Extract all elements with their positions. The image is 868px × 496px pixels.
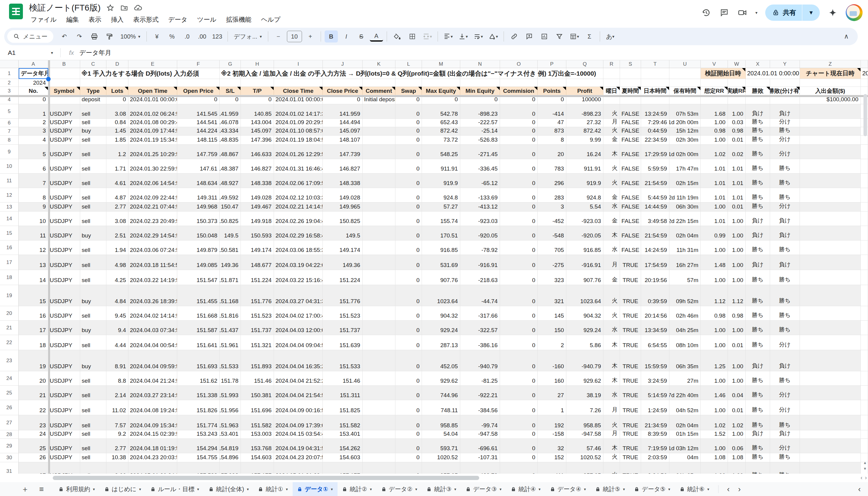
- cell-A9[interactable]: 5: [19, 145, 48, 159]
- cell-W10[interactable]: 1.01: [728, 159, 746, 174]
- column-title-n[interactable]: No.: [19, 87, 48, 95]
- cell-S11[interactable]: FALSE: [620, 174, 641, 188]
- cell-Q31[interactable]: 957.05: [566, 462, 603, 474]
- cell-V30[interactable]: 1.08: [701, 453, 728, 462]
- cell-K21[interactable]: [362, 321, 396, 335]
- formula-input[interactable]: データ年月: [79, 48, 111, 57]
- horizontal-scrollbar[interactable]: ‹›: [0, 474, 868, 482]
- cell-Q16[interactable]: 916.85: [566, 241, 603, 255]
- bold-button[interactable]: B: [325, 30, 338, 43]
- cell-aa23[interactable]: [861, 350, 868, 371]
- text-rotation-button[interactable]: ▾: [487, 30, 500, 43]
- row-header-8[interactable]: 8: [0, 136, 19, 145]
- cell-H12[interactable]: 149.028: [241, 188, 274, 202]
- cell-R9[interactable]: 木: [603, 145, 620, 159]
- cell-U23[interactable]: 06h 35m: [669, 350, 701, 371]
- cell-Z18[interactable]: [800, 270, 861, 285]
- cell-B10[interactable]: USDJPY: [48, 159, 80, 174]
- cell-W30[interactable]: 1.08: [728, 453, 746, 462]
- cell-V11[interactable]: 1.01: [701, 174, 728, 188]
- cell-Y9[interactable]: 分け: [770, 145, 800, 159]
- cell-I23[interactable]: 2024.04.04 16:35:20: [274, 350, 323, 371]
- cell-S19[interactable]: TRUE: [620, 285, 641, 306]
- column-header-B[interactable]: B: [48, 60, 80, 68]
- cell-G16[interactable]: 150.581: [220, 241, 241, 255]
- cell-aa21[interactable]: [861, 321, 868, 335]
- cell-B6[interactable]: USDJPY: [48, 119, 80, 127]
- cell-R19[interactable]: 火: [603, 285, 620, 306]
- cell-J8[interactable]: 148.107: [323, 136, 362, 145]
- cell-X26[interactable]: 勝ち: [746, 400, 770, 415]
- column-header-aa[interactable]: [861, 60, 868, 68]
- cell-P11[interactable]: 296: [538, 174, 566, 188]
- cell-Y2[interactable]: [770, 79, 800, 87]
- cell-Z15[interactable]: [800, 226, 861, 241]
- cell-M13[interactable]: 57.27: [422, 202, 460, 212]
- cell-I8[interactable]: 2024.01.19 18:04:59: [274, 136, 323, 145]
- sheet-tab-caret[interactable]: ▾: [539, 487, 541, 492]
- cell-E12[interactable]: 2024.02.09 22:44:59: [128, 188, 177, 202]
- cell-W7[interactable]: 0.98: [728, 127, 746, 136]
- cell-F7[interactable]: 144.224: [177, 127, 220, 136]
- functions-button[interactable]: Σ: [583, 30, 596, 43]
- cell-O24[interactable]: 0: [500, 371, 538, 386]
- cell-X22[interactable]: 勝ち: [746, 335, 770, 350]
- cell-S12[interactable]: FALSE: [620, 188, 641, 202]
- cell-aa9[interactable]: [861, 145, 868, 159]
- cell-S16[interactable]: FALSE: [620, 241, 641, 255]
- cell-F8[interactable]: 148.115: [177, 136, 220, 145]
- cell-aa12[interactable]: [861, 188, 868, 202]
- cell-N11[interactable]: -65.12: [460, 174, 500, 188]
- cell-U12[interactable]: 2d 11h 19m: [669, 188, 701, 202]
- cell-U6[interactable]: 1d 20h 00m: [669, 119, 701, 127]
- menu-item-5[interactable]: データ: [164, 14, 192, 25]
- cell-S1[interactable]: [620, 68, 641, 79]
- cell-F27[interactable]: 151.774: [177, 415, 220, 430]
- cell-I6[interactable]: 2024.01.09 20:29:59: [274, 119, 323, 127]
- cell-E18[interactable]: 2024.03.22 14:19:56: [128, 270, 177, 285]
- cell-N28[interactable]: -947.58: [460, 430, 500, 439]
- cell-Y14[interactable]: 負け: [770, 212, 800, 226]
- cell-Q17[interactable]: -916.91: [566, 255, 603, 270]
- cell-X25[interactable]: 勝ち: [746, 386, 770, 400]
- cell-Y26[interactable]: 分け: [770, 400, 800, 415]
- cell-X21[interactable]: 勝ち: [746, 321, 770, 335]
- cell-R18[interactable]: 金: [603, 270, 620, 285]
- cell-U14[interactable]: 2d 22h 15m: [669, 212, 701, 226]
- cell-J11[interactable]: 148.338: [323, 174, 362, 188]
- cell-S17[interactable]: TRUE: [620, 255, 641, 270]
- cell-C29[interactable]: sell: [80, 439, 106, 453]
- sheets-logo-icon[interactable]: [9, 4, 23, 19]
- cell-B12[interactable]: USDJPY: [48, 188, 80, 202]
- column-header-W[interactable]: W: [728, 60, 746, 68]
- cell-S22[interactable]: TRUE: [620, 335, 641, 350]
- cell-X15[interactable]: 負け: [746, 226, 770, 241]
- cell-E6[interactable]: 2024.01.08 00:29:46: [128, 119, 177, 127]
- row-header-21[interactable]: 21: [0, 321, 19, 335]
- vertical-scrollbar-arrows[interactable]: ▴▾: [863, 460, 867, 471]
- cell-J17[interactable]: 149.36: [323, 255, 362, 270]
- cell-K30[interactable]: [362, 453, 396, 462]
- cell-R23[interactable]: 木: [603, 350, 620, 371]
- cell-M17[interactable]: 531.69: [422, 255, 460, 270]
- meet-video-icon[interactable]: [737, 7, 747, 18]
- cell-R25[interactable]: 水: [603, 386, 620, 400]
- cell-W18[interactable]: 1.00: [728, 270, 746, 285]
- cell-O27[interactable]: 0: [500, 415, 538, 430]
- cell-aa1-partial[interactable]: 20: [861, 68, 868, 79]
- cell-L30[interactable]: 0: [396, 453, 422, 462]
- cell-H9[interactable]: 146.633: [241, 145, 274, 159]
- cell-T23[interactable]: 15:59:59: [641, 350, 669, 371]
- cell-R16[interactable]: 水: [603, 241, 620, 255]
- cell-A24[interactable]: 20: [19, 371, 48, 386]
- cell-U21[interactable]: 04h 25m: [669, 321, 701, 335]
- cell-A19[interactable]: 15: [19, 285, 48, 306]
- column-header-X[interactable]: X: [746, 60, 770, 68]
- cell-Z11[interactable]: [800, 174, 861, 188]
- cell-O16[interactable]: 0: [500, 241, 538, 255]
- sheet-tab-caret[interactable]: ▾: [331, 487, 333, 492]
- cell-L9[interactable]: 0: [396, 145, 422, 159]
- cell-A20[interactable]: 16: [19, 306, 48, 321]
- cell-D30[interactable]: 10.38: [106, 453, 128, 462]
- cell-A18[interactable]: 14: [19, 270, 48, 285]
